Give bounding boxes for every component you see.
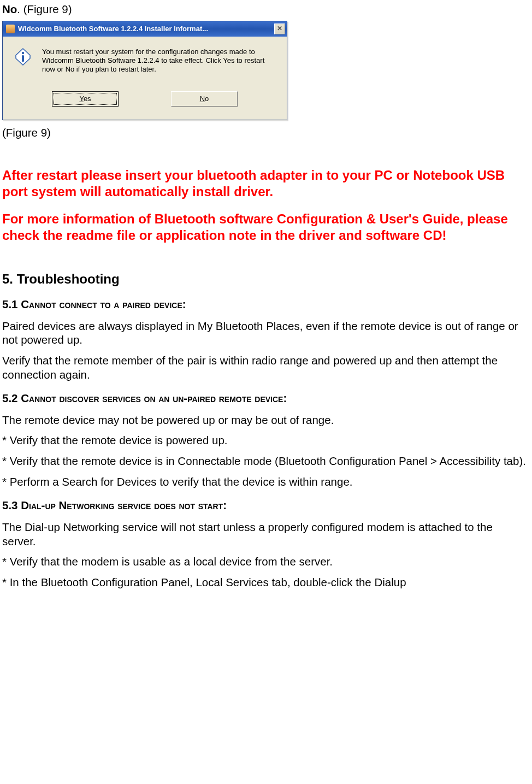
info-icon	[14, 48, 32, 66]
sec-title: Cannot connect to a paired device:	[21, 298, 186, 310]
sec-num: 5.2	[2, 392, 21, 404]
no-label-tail: o	[205, 95, 209, 103]
sec-title: Cannot discover services on an un-paired…	[21, 392, 287, 404]
close-icon: ✕	[277, 25, 282, 33]
dialog-body: You must restart your system for the con…	[3, 37, 287, 120]
installer-icon	[6, 25, 15, 33]
sec-num: 5.1	[2, 298, 21, 310]
section-5-1-heading: 5.1 Cannot connect to a paired device:	[2, 297, 528, 311]
figure-caption: (Figure 9)	[2, 126, 528, 140]
section-5-2-b3: * Perform a Search for Devices to verify…	[2, 475, 528, 489]
top-line-bold: No	[2, 3, 17, 15]
dialog-message: You must restart your system for the con…	[42, 48, 276, 74]
section-5-2-b1: * Verify that the remote device is power…	[2, 433, 528, 447]
top-line: No. (Figure 9)	[2, 2, 528, 16]
section-5-3-b2: * In the Bluetooth Configuration Panel, …	[2, 575, 528, 590]
top-line-rest: . (Figure 9)	[17, 3, 72, 15]
section-5-3-heading: 5.3 Dial-up Networking service does not …	[2, 498, 528, 512]
red-note-1: After restart please insert your bluetoo…	[2, 167, 528, 200]
section-5-1-p2: Verify that the remote member of the pai…	[2, 353, 528, 381]
yes-button[interactable]: Yes	[52, 91, 119, 107]
section-5-3-b1: * Verify that the modem is usable as a l…	[2, 555, 528, 569]
svg-point-0	[22, 51, 24, 54]
close-button[interactable]: ✕	[274, 23, 285, 34]
installer-dialog: Widcomm Bluetooth Software 1.2.2.4 Insta…	[2, 21, 287, 121]
no-button[interactable]: No	[171, 91, 238, 107]
red-note-2: For more information of Bluetooth softwa…	[2, 211, 528, 244]
yes-label-tail: es	[84, 95, 91, 103]
section-5-heading: 5. Troubleshooting	[2, 271, 528, 287]
section-5-2-p1: The remote device may not be powered up …	[2, 413, 528, 427]
dialog-titlebar: Widcomm Bluetooth Software 1.2.2.4 Insta…	[3, 21, 287, 37]
sec-title: Dial-up Networking service does not star…	[21, 499, 227, 511]
svg-rect-1	[22, 55, 24, 62]
section-5-2-heading: 5.2 Cannot discover services on an un-pa…	[2, 391, 528, 405]
section-5-3-p1: The Dial-up Networking service will not …	[2, 520, 528, 548]
section-5-2-b2: * Verify that the remote device is in Co…	[2, 454, 528, 468]
section-5-1-p1: Paired devices are always displayed in M…	[2, 319, 528, 347]
sec-num: 5.3	[2, 499, 21, 511]
dialog-title-text: Widcomm Bluetooth Software 1.2.2.4 Insta…	[18, 25, 208, 33]
